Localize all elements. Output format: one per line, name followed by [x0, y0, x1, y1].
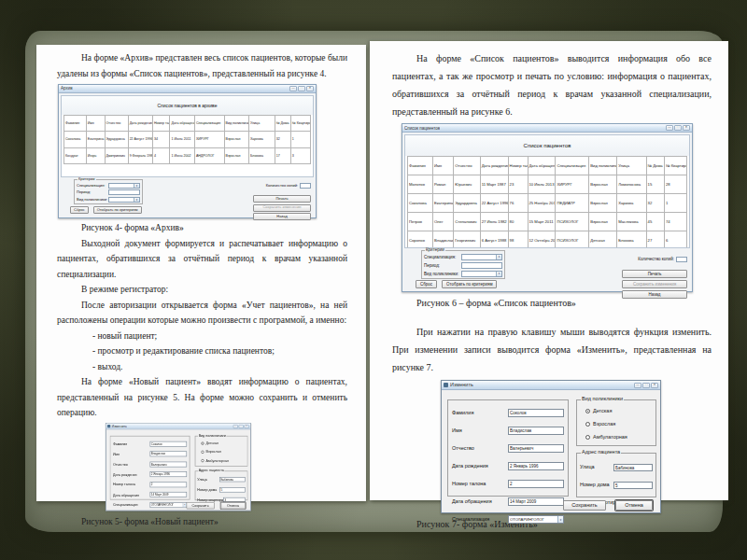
radio-option[interactable]: Детская [197, 439, 245, 447]
column-header[interactable]: Дата обращения [170, 115, 194, 132]
radio-option[interactable]: Взрослая [197, 447, 245, 455]
maximize-button[interactable]: □ [674, 125, 682, 131]
firstname-input[interactable]: Владислав [150, 451, 188, 456]
filter-button[interactable]: Отобрать по критериям [442, 280, 497, 288]
ticket-number-input[interactable]: 2 [150, 482, 188, 487]
column-header[interactable]: Отчество [454, 157, 480, 175]
street-input[interactable]: Бабинова [613, 464, 653, 471]
list-item: - новый пациент; [57, 329, 347, 344]
close-button[interactable]: ✕ [683, 125, 690, 131]
minimize-button[interactable]: — [634, 383, 641, 388]
save-button[interactable]: Сохранить [563, 500, 606, 511]
table-cell: 32 [646, 194, 664, 213]
cancel-button[interactable]: Отмена [220, 502, 245, 509]
radio-option[interactable]: Амбулаторная [580, 430, 653, 443]
column-header[interactable]: Фамилия [64, 115, 87, 132]
column-header[interactable]: Имя [86, 115, 105, 132]
reset-button[interactable]: Сброс [416, 280, 437, 288]
field-label: Дата рождения [113, 469, 137, 479]
reset-button[interactable]: Сброс [70, 206, 89, 214]
column-header[interactable]: Вид поликлиники [224, 115, 248, 132]
table-cell: ПЕДИАТР [556, 194, 589, 213]
period-input[interactable] [461, 262, 502, 269]
column-header[interactable]: № Квартиры [290, 115, 310, 132]
list-item: - выход. [57, 359, 347, 375]
maximize-button[interactable]: □ [642, 383, 650, 388]
table-row[interactable]: СоколоваЕкатеринаЭдуардовна22 Август 199… [64, 132, 311, 148]
close-button[interactable]: ✕ [651, 383, 658, 388]
column-header[interactable]: № Дома [275, 115, 290, 132]
table-cell: 27 Июнь 1982 [480, 213, 508, 231]
column-header[interactable]: Отчество [105, 115, 128, 132]
table-cell: Соронов [408, 231, 433, 249]
criteria-group: КритерииСпециализация:▾Период:Вид поликл… [74, 179, 143, 204]
column-header[interactable]: Имя [432, 157, 453, 175]
paragraph: В режиме регистратор: [57, 282, 347, 298]
edit-window-mount: Изменить—□✕ФамилияСоколовИмяВладиславОтч… [441, 380, 661, 513]
maximize-button[interactable]: □ [239, 424, 244, 427]
filter-button[interactable]: Отобрать по критериям [93, 206, 142, 214]
firstname-input[interactable]: Владислав [508, 427, 564, 435]
column-header[interactable]: Номер талона [153, 115, 170, 132]
column-header[interactable]: № Квартиры [665, 157, 687, 175]
column-header[interactable]: Вид поликлиники [589, 157, 617, 175]
table-cell: ХИРУРГ [556, 175, 589, 194]
table-cell: 11 Март 1987 [480, 175, 508, 194]
minimize-button[interactable]: — [289, 86, 297, 91]
cancel-button[interactable]: Отмена [615, 500, 653, 511]
patronymic-input[interactable]: Валерьевич [508, 444, 564, 453]
minimize-button[interactable]: — [666, 125, 673, 131]
copies-input[interactable] [300, 183, 311, 189]
birthdate-input[interactable]: 2 Январь 1996 [150, 471, 188, 477]
close-button[interactable]: ✕ [245, 424, 249, 427]
minimize-button[interactable]: — [233, 424, 238, 427]
patronymic-input[interactable]: Валерьевич [150, 461, 188, 467]
table-row[interactable]: МолотовРоманЮрьевич11 Март 19872310 Июль… [408, 175, 687, 194]
copies-input[interactable] [676, 257, 687, 262]
column-header[interactable]: Специализация [556, 157, 589, 175]
criteria-group-title: Критерии [425, 248, 445, 253]
visit-date-input[interactable]: 14 Март 2009 [150, 492, 188, 497]
lastname-input[interactable]: Соколов [150, 441, 188, 446]
radio-icon [585, 435, 590, 440]
table-cell: 9 Февраль 1988 [128, 147, 152, 164]
column-header[interactable]: № Дома [646, 157, 664, 175]
save-button[interactable]: Сохранить [186, 502, 214, 509]
table-row[interactable]: КондратИгорьДмитриевич9 Февраль 198841 И… [64, 147, 311, 164]
column-header[interactable]: Фамилия [408, 157, 433, 175]
specialization-select[interactable]: ОТОЛАРИНГОЛОГ▾ [150, 501, 188, 507]
table-cell: Георгиевич [454, 231, 480, 249]
field-label: Отчество [113, 458, 128, 469]
field-label: Дата обращения [113, 489, 139, 499]
close-button[interactable]: ✕ [306, 86, 314, 91]
column-header[interactable]: Улица [617, 157, 646, 175]
lastname-input[interactable]: Соколов [508, 409, 564, 417]
table-row[interactable]: ПетровОлегСтепанович27 Июнь 19828015 Мар… [408, 213, 687, 231]
column-header[interactable]: Дата рождения [128, 115, 152, 132]
table-row[interactable]: СороновВладиславГеоргиевич6 Август 19889… [408, 231, 687, 249]
radio-option[interactable]: Детская [580, 404, 653, 417]
house-number-input[interactable]: 5 [613, 482, 653, 489]
column-header[interactable]: Номер талона [508, 157, 528, 175]
column-header[interactable]: Дата обращения [528, 157, 556, 175]
ticket-number-input[interactable]: 2 [508, 480, 564, 488]
radio-option[interactable]: Амбулаторная [197, 455, 245, 464]
specialization-select[interactable]: ОТОЛАРИНГОЛОГ▾ [508, 515, 564, 524]
column-header[interactable]: Специализация [194, 115, 224, 132]
specialization-select[interactable]: ▾ [108, 183, 140, 189]
birthdate-input[interactable]: 2 Январь 1996 [508, 462, 564, 470]
street-input[interactable]: Бабинова [219, 477, 246, 482]
back-button[interactable]: Назад [253, 213, 311, 220]
table-cell: Юрьевич [454, 175, 480, 194]
table-cell: 15 [646, 175, 664, 194]
visit-date-input[interactable]: 14 Март 2009 [508, 497, 564, 506]
column-header[interactable]: Дата рождения [480, 157, 508, 175]
back-button[interactable]: Назад [622, 290, 687, 299]
house-number-input[interactable]: 5 [219, 487, 246, 492]
table-row[interactable]: СоколоваЕкатеринаЭдуардовна22 Август 199… [408, 194, 687, 213]
table-header-row: ФамилияИмяОтчествоДата рожденияНомер тал… [408, 157, 687, 175]
specialization-select[interactable]: ▾ [461, 254, 502, 260]
maximize-button[interactable]: □ [298, 86, 305, 91]
column-header[interactable]: Улица [248, 115, 275, 132]
window-titlebar: Изменить—□✕ [442, 381, 660, 390]
